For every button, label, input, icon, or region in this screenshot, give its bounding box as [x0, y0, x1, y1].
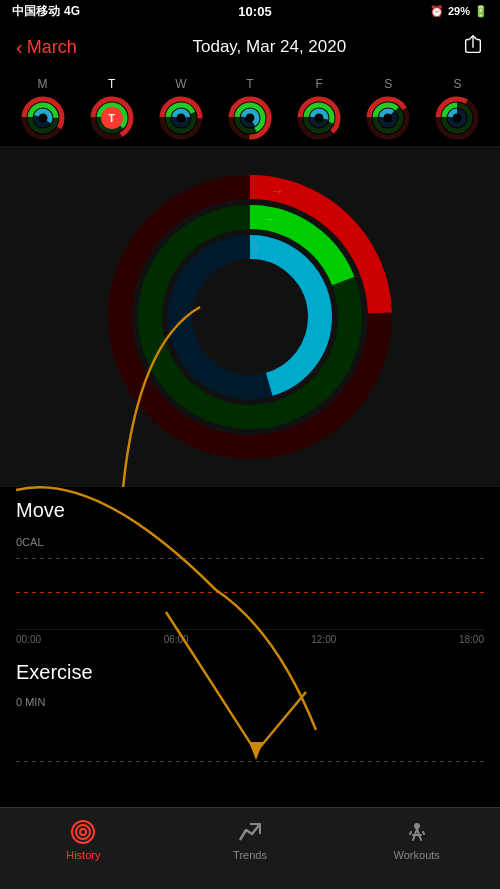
day-letter-m: M: [38, 77, 48, 91]
day-rings-w: [158, 95, 204, 141]
svg-text:→: →: [270, 183, 284, 199]
exercise-golden-curve: [16, 692, 484, 782]
day-letter-s1: S: [384, 77, 392, 91]
day-rings-th: [227, 95, 273, 141]
day-letter-t: T: [108, 77, 115, 91]
tab-workouts-label: Workouts: [394, 849, 440, 861]
day-rings-m: [20, 95, 66, 141]
svg-text:→: →: [261, 211, 275, 227]
day-rings-t: T: [89, 95, 135, 141]
day-friday[interactable]: F: [296, 77, 342, 141]
move-title: Move: [16, 499, 484, 522]
time-label-0: 00:00: [16, 634, 41, 645]
svg-text:↑: ↑: [254, 239, 261, 255]
battery-label: 29%: [448, 5, 470, 17]
time-label-12: 12:00: [311, 634, 336, 645]
move-golden-curve: [16, 530, 484, 629]
svg-point-55: [80, 829, 86, 835]
battery-icon: 🔋: [474, 5, 488, 18]
day-letter-s2: S: [453, 77, 461, 91]
trends-icon: [236, 818, 264, 846]
day-tuesday[interactable]: T T: [89, 77, 135, 141]
tab-history[interactable]: History: [0, 818, 167, 861]
header-title: Today, Mar 24, 2020: [192, 37, 346, 57]
today-indicator: T: [101, 107, 123, 129]
back-label[interactable]: March: [27, 37, 77, 58]
day-monday[interactable]: M: [20, 77, 66, 141]
week-strip: M T T W: [0, 72, 500, 147]
day-sunday[interactable]: S: [434, 77, 480, 141]
network-label: 4G: [64, 4, 80, 18]
exercise-title: Exercise: [16, 661, 484, 684]
time-label: 10:05: [238, 4, 271, 19]
day-thursday[interactable]: T: [227, 77, 273, 141]
day-saturday[interactable]: S: [365, 77, 411, 141]
header: ‹ March Today, Mar 24, 2020: [0, 22, 500, 72]
history-icon: [69, 818, 97, 846]
status-left: 中国移动 4G: [12, 3, 80, 20]
day-rings-s1: [365, 95, 411, 141]
move-chart: 0CAL: [16, 530, 484, 630]
tab-trends-label: Trends: [233, 849, 267, 861]
tab-history-label: History: [66, 849, 100, 861]
large-activity-rings: → → ↑: [105, 172, 395, 462]
svg-point-54: [76, 825, 90, 839]
exercise-section: Exercise 0 MIN: [0, 649, 500, 782]
tab-trends[interactable]: Trends: [167, 818, 334, 861]
tab-bar: History Trends Workouts: [0, 807, 500, 889]
time-label-18: 18:00: [459, 634, 484, 645]
day-letter-th: T: [246, 77, 253, 91]
day-rings-f: [296, 95, 342, 141]
day-wednesday[interactable]: W: [158, 77, 204, 141]
svg-marker-52: [249, 742, 263, 760]
day-rings-s2: [434, 95, 480, 141]
share-button[interactable]: [462, 34, 484, 60]
back-button[interactable]: ‹ March: [16, 36, 77, 59]
exercise-chart: 0 MIN: [16, 692, 484, 782]
tab-workouts[interactable]: Workouts: [333, 818, 500, 861]
status-bar: 中国移动 4G 10:05 ⏰ 29% 🔋: [0, 0, 500, 22]
activity-ring-area: → → ↑: [0, 147, 500, 487]
move-section: Move 0CAL 00:00 06:00 12:00 18:00: [0, 487, 500, 649]
alarm-icon: ⏰: [430, 5, 444, 18]
back-chevron-icon: ‹: [16, 36, 23, 59]
day-letter-w: W: [175, 77, 186, 91]
move-time-labels: 00:00 06:00 12:00 18:00: [16, 630, 484, 649]
status-right: ⏰ 29% 🔋: [430, 5, 488, 18]
carrier-label: 中国移动: [12, 3, 60, 20]
workouts-icon: [403, 818, 431, 846]
day-letter-f: F: [315, 77, 322, 91]
